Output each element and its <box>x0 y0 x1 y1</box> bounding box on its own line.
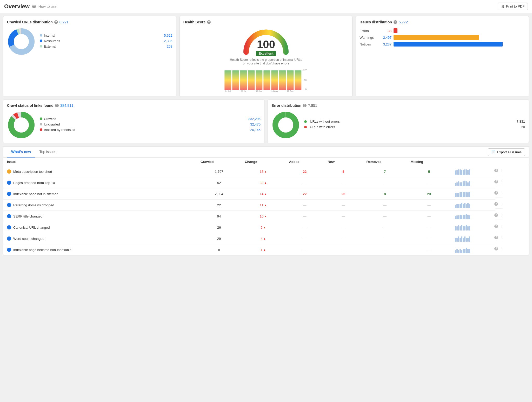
issues-dist-help-icon[interactable]: ? <box>394 20 397 24</box>
missing-cell: — <box>407 177 451 188</box>
row-help-icon[interactable]: ? <box>494 202 498 206</box>
how-to-use-link[interactable]: How to use <box>38 4 57 9</box>
issue-cell: i Pages dropped from Top 10 <box>3 177 197 188</box>
row-more-icon[interactable]: ⋮ <box>500 168 504 173</box>
legend-urls-with-errors: URLs with errors 20 <box>304 125 525 129</box>
health-sparkline-container: 100 50 0 <box>183 68 349 93</box>
row-help-icon[interactable]: ? <box>494 191 498 195</box>
missing-cell: — <box>407 200 451 211</box>
issue-cell: i Canonical URL changed <box>3 222 197 233</box>
export-all-issues-button[interactable]: 📄 Export all issues <box>488 148 525 156</box>
chart-cell <box>451 244 495 255</box>
row-more-icon[interactable]: ⋮ <box>500 247 504 251</box>
page-title: Overview <box>4 3 30 10</box>
svg-rect-13 <box>240 70 247 90</box>
error-dist-help-icon[interactable]: ? <box>303 104 307 107</box>
mini-bar <box>464 203 466 208</box>
mini-bar <box>460 226 461 230</box>
th-chart <box>451 158 495 166</box>
missing-cell: — <box>407 222 451 233</box>
tab-whats-new[interactable]: What's new <box>7 147 35 157</box>
mini-bar <box>460 249 461 253</box>
row-help-icon[interactable]: ? <box>494 225 498 228</box>
crawl-status-help-icon[interactable]: ? <box>55 104 59 107</box>
crawled-urls-help-icon[interactable]: ? <box>54 20 58 24</box>
change-value: 6 ▲ <box>245 226 282 229</box>
mini-bar <box>456 204 458 208</box>
added-cell: — <box>285 244 324 255</box>
new-cell: — <box>324 222 363 233</box>
added-cell: — <box>285 177 324 188</box>
mini-bar <box>455 250 456 253</box>
svg-rect-12 <box>232 70 239 90</box>
crawled-cell: 94 <box>197 211 241 222</box>
title-help-icon[interactable]: ? <box>32 5 36 8</box>
svg-text:100: 100 <box>303 68 307 71</box>
bottom-tabs: What's new Top issues 📄 Export all issue… <box>3 147 529 158</box>
svg-rect-17 <box>271 70 278 90</box>
missing-cell: — <box>407 244 451 255</box>
row-more-icon[interactable]: ⋮ <box>500 224 504 228</box>
row-help-icon[interactable]: ? <box>494 180 498 183</box>
gauge-excellent-badge: Excellent <box>256 51 276 56</box>
error-dist-donut-section: URLs without errors 7,831 URLs with erro… <box>271 111 525 139</box>
crawled-cell: 26 <box>197 222 241 233</box>
row-help-icon[interactable]: ? <box>494 236 498 239</box>
row-more-icon[interactable]: ⋮ <box>500 191 504 195</box>
table-row: ! Meta description too short 1,797 15 ▲ … <box>3 166 529 177</box>
row-more-icon[interactable]: ⋮ <box>500 180 504 184</box>
table-row: i SERP title changed 94 10 ▲ — — — — ? ⋮ <box>3 211 529 222</box>
export-icon: 📄 <box>491 150 495 154</box>
mini-bar <box>458 225 459 230</box>
mini-bar <box>456 170 458 175</box>
mini-bar <box>463 238 464 242</box>
svg-rect-18 <box>279 70 286 90</box>
mini-bar <box>460 169 461 175</box>
row-more-icon[interactable]: ⋮ <box>500 235 504 240</box>
mini-bar <box>469 236 470 242</box>
actions-cell: ? ⋮ <box>495 200 503 209</box>
svg-rect-11 <box>224 70 231 90</box>
mini-bar <box>456 182 458 186</box>
mini-bar <box>456 249 458 253</box>
issue-cell: i SERP title changed <box>3 211 197 222</box>
mini-bar <box>456 193 458 197</box>
row-help-icon[interactable]: ? <box>494 213 498 217</box>
change-cell: 4 ▲ <box>241 233 285 244</box>
row-more-icon[interactable]: ⋮ <box>500 213 504 217</box>
issue-cell: i Word count changed <box>3 233 197 244</box>
issues-distribution-card: Issues distribution ? 5,772 Errors 38 Wa… <box>356 16 529 96</box>
issue-name: Indexable page not in sitemap <box>13 192 58 196</box>
mini-bar <box>458 181 459 186</box>
mini-bar <box>469 249 470 253</box>
svg-text:10 Aug: 10 Aug <box>256 90 262 92</box>
mini-bar <box>467 203 469 208</box>
tab-top-issues[interactable]: Top issues <box>35 147 61 157</box>
row-help-icon[interactable]: ? <box>494 169 498 172</box>
mini-bar-chart <box>455 180 492 186</box>
crawled-urls-donut-section: Internal 5,622 Resources 2,336 <box>7 27 172 56</box>
svg-text:50: 50 <box>304 79 307 81</box>
removed-cell: — <box>363 211 407 222</box>
change-value: 15 ▲ <box>245 170 282 174</box>
health-score-help-icon[interactable]: ? <box>207 20 211 24</box>
info-icon: i <box>7 192 11 196</box>
mini-bar <box>463 170 464 175</box>
row-more-icon[interactable]: ⋮ <box>500 202 504 206</box>
removed-cell: — <box>363 222 407 233</box>
health-description: Health Score reflects the proportion of … <box>230 58 302 65</box>
svg-text:14 Jul: 14 Jul <box>225 90 231 92</box>
print-to-pdf-button[interactable]: 🖨 Print to PDF <box>498 3 528 10</box>
mini-bar <box>460 182 461 186</box>
mini-bar-chart <box>455 235 492 242</box>
new-cell: — <box>324 200 363 211</box>
info-icon: i <box>7 236 11 241</box>
removed-cell: 8 <box>363 188 407 200</box>
mini-bar <box>455 205 456 208</box>
new-cell: 5 <box>324 166 363 177</box>
mini-bar <box>455 170 456 175</box>
info-icon: i <box>7 181 11 185</box>
svg-rect-20 <box>295 70 301 90</box>
table-row: i Pages dropped from Top 10 52 32 ▲ — — … <box>3 177 529 188</box>
row-help-icon[interactable]: ? <box>494 247 498 251</box>
